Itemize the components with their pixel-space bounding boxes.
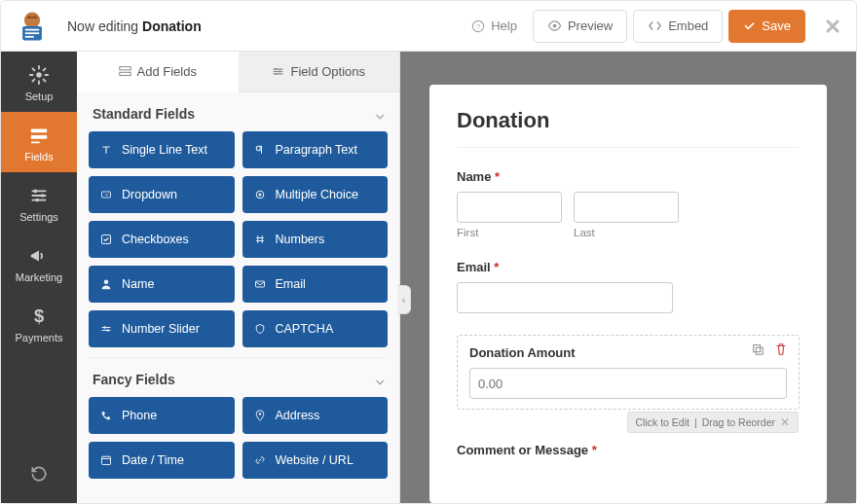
field-type-dropdown[interactable]: Dropdown [89,176,235,213]
field-type-label: Date / Time [122,453,184,467]
svg-rect-32 [756,347,763,354]
check-icon [98,234,114,245]
eye-icon [547,18,562,33]
help-link[interactable]: ? Help [471,18,517,33]
field-type-checkboxes[interactable]: Checkboxes [89,221,235,258]
field-type-numbers[interactable]: Numbers [242,221,389,258]
field-type-label: Phone [122,409,157,422]
hint-close-icon[interactable]: ✕ [780,415,790,429]
dollar-icon: $ [27,305,51,328]
group-standard-fields[interactable]: Standard Fields ⌵ [89,92,388,131]
svg-rect-31 [754,345,761,352]
nav-fields[interactable]: Fields [1,112,77,172]
field-type-label: CAPTCHA [276,322,334,336]
chevron-down-icon: ⌵ [376,372,384,387]
svg-rect-30 [102,456,111,464]
nav-marketing[interactable]: Marketing [1,233,77,293]
svg-rect-10 [31,135,48,139]
nav-history[interactable] [1,449,77,503]
preview-button[interactable]: Preview [533,10,627,43]
hash-icon [252,234,268,245]
field-type-paragraph-text[interactable]: Paragraph Text [242,131,389,168]
field-type-label: Multiple Choice [276,188,358,201]
svg-rect-26 [255,281,264,287]
field-type-date-time[interactable]: Date / Time [89,442,235,479]
svg-text:$: $ [34,306,44,326]
field-comment[interactable]: Comment or Message * [457,443,800,457]
field-type-label: Name [122,277,154,291]
field-type-label: Checkboxes [122,233,189,246]
field-donation-amount[interactable]: Donation Amount Click to Edit | Drag to … [457,335,800,410]
embed-button[interactable]: Embed [633,10,723,43]
svg-point-7 [553,24,557,28]
delete-field-button[interactable] [773,342,789,357]
field-type-label: Email [276,277,306,291]
field-type-email[interactable]: Email [242,266,389,303]
field-name[interactable]: Name * First Last [457,169,800,238]
link-icon [252,454,268,466]
field-type-label: Website / URL [276,453,354,467]
text-icon [98,144,114,156]
field-type-address[interactable]: Address [242,397,389,434]
svg-point-29 [258,413,260,414]
svg-point-25 [104,280,109,285]
svg-point-28 [106,329,108,331]
form-title[interactable]: Donation [457,108,800,148]
check-icon [743,19,756,32]
field-type-phone[interactable]: Phone [89,397,235,434]
svg-rect-17 [119,72,130,75]
gear-icon [27,63,51,87]
svg-rect-9 [31,129,48,133]
svg-point-19 [279,70,281,72]
field-type-label: Number Slider [122,322,200,336]
field-hint-chip: Click to Edit | Drag to Reorder ✕ [627,412,799,433]
svg-rect-4 [25,35,34,37]
field-type-captcha[interactable]: CAPTCHA [242,310,389,347]
svg-rect-16 [119,67,130,70]
svg-point-0 [24,12,40,27]
field-type-label: Single Line Text [122,143,207,157]
nav-payments[interactable]: $ Payments [1,293,77,353]
options-icon [272,65,284,78]
svg-point-23 [258,194,261,197]
bullhorn-icon [27,244,51,268]
svg-point-14 [35,198,39,202]
group-fancy-fields[interactable]: Fancy Fields ⌵ [89,357,388,397]
first-name-input[interactable] [457,192,562,223]
svg-text:?: ? [476,21,481,30]
last-name-input[interactable] [574,192,679,223]
save-button[interactable]: Save [728,10,805,43]
shield-icon [252,323,268,335]
field-type-single-line-text[interactable]: Single Line Text [89,131,235,168]
chevron-down-icon: ⌵ [376,106,384,122]
mail-icon [252,278,268,290]
field-type-label: Address [276,409,320,422]
field-type-website-url[interactable]: Website / URL [242,442,389,479]
svg-rect-11 [31,141,40,143]
form-icon [27,124,51,147]
calendar-icon [98,454,114,466]
nav-settings[interactable]: Settings [1,172,77,233]
field-type-label: Paragraph Text [276,143,358,157]
field-type-number-slider[interactable]: Number Slider [89,310,235,347]
donation-amount-input[interactable] [469,368,787,399]
phone-icon [98,410,114,421]
sublabel-last: Last [574,227,679,238]
pin-icon [252,410,268,421]
email-input[interactable] [457,282,673,313]
field-type-multiple-choice[interactable]: Multiple Choice [242,176,389,213]
svg-point-27 [103,326,105,328]
svg-rect-3 [25,32,39,34]
duplicate-field-button[interactable] [750,342,765,357]
field-type-name[interactable]: Name [89,266,235,303]
close-button[interactable] [823,17,842,36]
sublabel-first: First [457,227,562,238]
tab-add-fields[interactable]: Add Fields [77,52,239,92]
field-email[interactable]: Email * [457,260,800,313]
nav-setup[interactable]: Setup [1,52,77,112]
tab-field-options[interactable]: Field Options [239,52,400,92]
sliders-icon [27,184,51,207]
wpforms-logo [15,9,50,44]
svg-point-18 [275,68,277,70]
panel-collapse-handle[interactable]: ‹ [397,285,411,314]
